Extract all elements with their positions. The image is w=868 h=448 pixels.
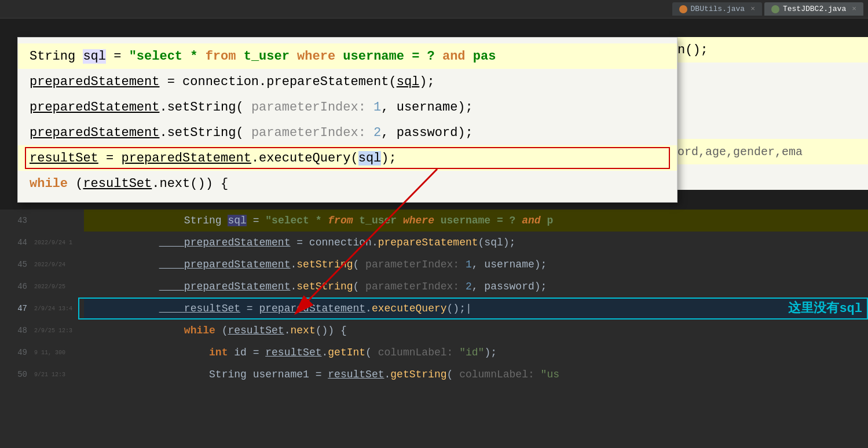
cyan-annotation: 这里没有sql: [788, 299, 862, 317]
popup-line-5: resultSet = preparedStatement.executeQue…: [18, 145, 677, 171]
tab-close-testjdbc[interactable]: ×: [852, 5, 856, 13]
tab-close-dbutils[interactable]: ×: [750, 5, 755, 13]
right-line-2: [672, 63, 868, 88]
date-ann-47: 2/9/24 13:4: [32, 298, 78, 320]
tab-label-testjdbc: TestJDBC2.java: [783, 5, 846, 13]
tab-dbutils[interactable]: DBUtils.java ×: [672, 2, 762, 16]
tab-icon-green: [771, 5, 779, 13]
tab-icon-orange: [679, 5, 687, 13]
cyan-annotation-text: 这里没有sql: [788, 302, 862, 316]
popup-panel: String sql = "select * from t_user where…: [17, 37, 677, 203]
line-num-44: 44: [0, 232, 27, 254]
popup-line-6: while (resultSet.next()) {: [18, 171, 677, 196]
line-num-46: 46: [0, 276, 27, 298]
line-num-43: 43: [0, 210, 27, 232]
right-line-6: [672, 164, 868, 190]
date-ann-45: 2022/9/24: [32, 254, 78, 276]
date-ann-49: 9 11, 300: [32, 341, 78, 363]
line-num-49: 49: [0, 341, 27, 363]
tab-label-dbutils: DBUtils.java: [691, 5, 745, 13]
right-line-3: [672, 88, 868, 113]
right-overlay: n(); ord,age,gender,ema: [671, 37, 868, 190]
tab-testjdbc[interactable]: TestJDBC2.java ×: [764, 2, 863, 16]
line-num-50: 50: [0, 363, 27, 385]
date-ann-43: [32, 210, 78, 232]
popup-line-1: String sql = "select * from t_user where…: [18, 43, 677, 69]
line-num-45: 45: [0, 254, 27, 276]
line-num-47: 47: [0, 298, 27, 320]
popup-code-6: while (resultSet.next()) {: [30, 174, 228, 193]
date-annotations: 2022/9/24 1 2022/9/24 2022/9/25 2/9/24 1…: [32, 210, 78, 448]
right-line-4: [672, 113, 868, 139]
popup-line-2: preparedStatement = connection.prepareSt…: [18, 69, 677, 94]
line-num-48: 48: [0, 320, 27, 341]
right-line-1: n();: [672, 37, 868, 63]
right-partial-text: ord,age,gender,ema: [677, 145, 803, 159]
popup-code-1: String sql = "select * from t_user where…: [30, 47, 496, 66]
main-content: String sql = "select * from t_user where…: [0, 19, 868, 448]
date-ann-50: 9/21 12:3: [32, 363, 78, 385]
date-ann-48: 2/9/25 12:3: [32, 320, 78, 341]
line-numbers: 43 44 45 46 47 48 49 50: [0, 210, 32, 448]
tab-bar: DBUtils.java × TestJDBC2.java ×: [0, 0, 868, 19]
date-ann-46: 2022/9/25: [32, 276, 78, 298]
code-line-47: resultSet = preparedStatement.executeQue…: [84, 298, 868, 320]
code-lines: String sql = "select * from t_user where…: [78, 210, 868, 448]
popup-line-4: preparedStatement.setString( parameterIn…: [18, 120, 677, 145]
popup-code-5: resultSet = preparedStatement.executeQue…: [30, 149, 397, 168]
editor-container: DBUtils.java × TestJDBC2.java × String s…: [0, 0, 868, 448]
right-line-5: ord,age,gender,ema: [672, 139, 868, 164]
code-line-50: String username1 = resultSet.getString( …: [84, 363, 868, 385]
date-ann-44: 2022/9/24 1: [32, 232, 78, 254]
editor-bottom: 43 44 45 46 47 48 49 50 2022/9/24 1 2022…: [0, 210, 868, 448]
code-47: resultSet = preparedStatement.executeQue…: [84, 291, 472, 326]
popup-code-2: preparedStatement = connection.prepareSt…: [30, 72, 435, 91]
popup-code-4: preparedStatement.setString( parameterIn…: [30, 123, 473, 142]
popup-code-3: preparedStatement.setString( parameterIn…: [30, 98, 473, 117]
code-50: String username1 = resultSet.getString( …: [84, 357, 559, 392]
popup-line-3: preparedStatement.setString( parameterIn…: [18, 94, 677, 120]
